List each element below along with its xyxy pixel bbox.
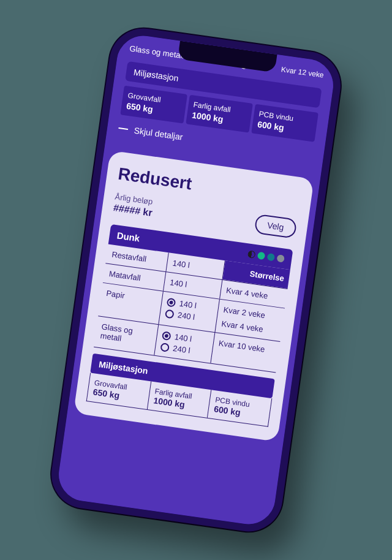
radio-icon bbox=[160, 342, 170, 352]
legend-dot-icon bbox=[247, 250, 256, 259]
station-cell-pcb: PCB vindu 600 kg bbox=[251, 104, 318, 142]
radio-icon bbox=[162, 331, 172, 341]
dunk-label: Dunk bbox=[116, 230, 141, 243]
yearly-amount-block: Årlig beløp ##### kr bbox=[113, 192, 154, 219]
minus-icon bbox=[118, 127, 128, 130]
phone-frame: Glass og metall 240 l Kvar 12 veke Miljø… bbox=[47, 24, 345, 535]
legend-dot-icon bbox=[257, 251, 266, 260]
app-screen: Glass og metall 240 l Kvar 12 veke Miljø… bbox=[55, 32, 336, 528]
frequency-label: Kvar 12 veke bbox=[274, 61, 325, 83]
phone-mockup: Glass og metall 240 l Kvar 12 veke Miljø… bbox=[47, 24, 345, 535]
radio-icon bbox=[167, 297, 176, 307]
legend-dot-icon bbox=[277, 254, 285, 263]
redusert-plan-card: Redusert Årlig beløp ##### kr Velg Dunk bbox=[74, 150, 314, 442]
station-cell-farlig: Farlig avfall 1000 kg bbox=[186, 95, 253, 133]
select-plan-button[interactable]: Velg bbox=[254, 214, 297, 239]
hide-details-label: Skjul detaljar bbox=[134, 126, 184, 142]
radio-icon bbox=[165, 309, 175, 319]
bin-color-legend bbox=[247, 250, 285, 262]
station-cell-grovavfall: Grovavfall 650 kg bbox=[120, 86, 187, 124]
legend-dot-icon bbox=[267, 252, 276, 261]
